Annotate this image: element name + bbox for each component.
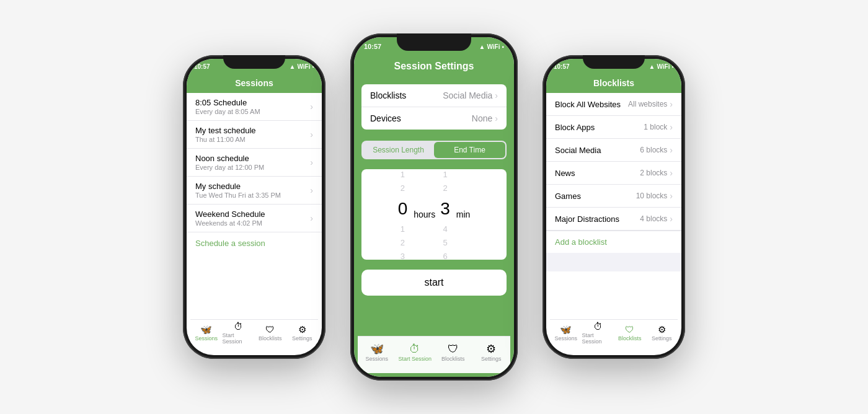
end-time-toggle[interactable]: End Time (434, 142, 505, 158)
session-settings-content: Blocklists Social Media › Devices None › (354, 78, 514, 377)
blocklist-value-3: 6 blocks (640, 146, 667, 154)
session-item-2[interactable]: My test schedule Thu at 11:00 AM › (187, 121, 322, 149)
blocklist-value-5: 10 blocks (636, 192, 668, 200)
header-1: Sessions (187, 74, 322, 93)
status-icons-1: ▲ WiFi ▪ (290, 63, 314, 70)
session-items-container: 8:05 Schedule Every day at 8:05 AM › My … (187, 93, 322, 254)
devices-row[interactable]: Devices None › (361, 107, 507, 130)
blocklist-item-6[interactable]: Major Distractions 4 blocks › (546, 208, 681, 231)
hours-above-3: 2 (401, 183, 405, 194)
shield-icon-2: 🛡 (448, 343, 459, 355)
tab-start-2[interactable]: ⏱ Start Session (396, 343, 435, 362)
mins-below-3: 6 (443, 251, 447, 260)
session-item-5[interactable]: Weekend Schedule Weekends at 4:02 PM › (187, 205, 322, 232)
chevron-bl-2: › (670, 122, 673, 132)
notch-2 (397, 33, 471, 51)
blocklist-item-2[interactable]: Block Apps 1 block › (546, 116, 681, 139)
mins-above-2: 1 (443, 169, 447, 180)
chevron-bl-3: › (670, 145, 673, 155)
hours-selected: 0 (398, 196, 408, 221)
tab-label-start-1: Start Session (223, 332, 255, 345)
screen-2: 10:57 ▲ WiFi ▪ Session Settings Blocklis… (354, 37, 514, 377)
devices-value: None › (472, 113, 498, 123)
tab-start-3[interactable]: ⏱ Start Session (582, 322, 614, 345)
mins-below-2: 5 (443, 237, 447, 249)
hours-column: 1 2 0 1 2 3 (398, 169, 408, 260)
notch-1 (223, 55, 285, 69)
tab-blocklists-1[interactable]: 🛡 Blocklists (254, 325, 286, 341)
tab-settings-3[interactable]: ⚙ Settings (646, 325, 678, 341)
schedule-link[interactable]: Schedule a session (187, 232, 322, 254)
tab-settings-1[interactable]: ⚙ Settings (286, 325, 319, 341)
tab-label-settings-1: Settings (292, 335, 312, 341)
session-subtitle-2: Thu at 11:00 AM (195, 136, 256, 143)
tab-sessions-1[interactable]: 🦋 Sessions (190, 325, 223, 341)
sessions-list: 8:05 Schedule Every day at 8:05 AM › My … (187, 93, 322, 355)
blocklist-value-4: 2 blocks (640, 169, 667, 177)
session-item-4[interactable]: My schedule Tue Wed Thu Fri at 3:35 PM › (187, 177, 322, 205)
blocklists-row[interactable]: Blocklists Social Media › (361, 84, 507, 107)
butterfly-icon-1: 🦋 (200, 325, 212, 334)
session-toggle-group: Session Length End Time (361, 141, 507, 159)
header-2: Session Settings (354, 56, 514, 78)
time-2: 10:57 (364, 43, 381, 50)
chevron-bl-6: › (670, 214, 673, 224)
notch-3 (583, 55, 645, 69)
time-3: 10:57 (554, 63, 570, 70)
signal-icon-2: ▲ (479, 43, 485, 50)
phone-2: 10:57 ▲ WiFi ▪ Session Settings Blocklis… (350, 33, 518, 381)
mins-above-3: 2 (443, 183, 447, 194)
blocklist-item-3[interactable]: Social Media 6 blocks › (546, 139, 681, 162)
mins-below-1: 4 (443, 224, 447, 235)
tab-bar-1: 🦋 Sessions ⏱ Start Session 🛡 Blocklists … (190, 319, 318, 351)
gray-bottom-3 (546, 253, 681, 271)
mins-column: 1 2 3 4 5 6 (440, 169, 450, 260)
blocklist-items-container: Block All Websites All websites › Block … (546, 93, 681, 253)
chevron-1: › (310, 102, 313, 112)
blocklist-item-4[interactable]: News 2 blocks › (546, 162, 681, 185)
session-item-1[interactable]: 8:05 Schedule Every day at 8:05 AM › (187, 93, 322, 121)
tab-settings-2[interactable]: ⚙ Settings (472, 343, 511, 362)
wifi-icon-1: WiFi (297, 63, 310, 70)
hours-label: hours (414, 209, 435, 219)
tab-start-1[interactable]: ⏱ Start Session (223, 322, 255, 345)
tab-label-blocklists-3: Blocklists (618, 335, 642, 341)
blocklist-name-2: Block Apps (555, 123, 595, 132)
blocklist-name-4: News (555, 169, 575, 178)
blocklist-value-6: 4 blocks (640, 214, 667, 223)
tab-blocklists-2[interactable]: 🛡 Blocklists (434, 343, 472, 362)
tab-sessions-3[interactable]: 🦋 Sessions (550, 325, 582, 341)
hours-above-2: 1 (401, 169, 405, 180)
tab-label-blocklists-1: Blocklists (259, 335, 282, 341)
chevron-devices: › (495, 113, 498, 123)
tab-label-settings-2: Settings (481, 356, 502, 362)
add-blocklist-link[interactable]: Add a blocklist (546, 231, 681, 253)
tab-label-blocklists-2: Blocklists (441, 356, 465, 362)
tab-blocklists-3[interactable]: 🛡 Blocklists (614, 325, 646, 341)
session-subtitle-5: Weekends at 4:02 PM (195, 219, 265, 227)
blocklist-item-5[interactable]: Games 10 blocks › (546, 185, 681, 208)
screen-3: 10:57 ▲ WiFi ▪ Blocklists Block All Webs… (546, 59, 681, 355)
blocklist-right-5: 10 blocks › (636, 191, 673, 201)
session-title-5: Weekend Schedule (195, 209, 265, 219)
session-subtitle-1: Every day at 8:05 AM (195, 108, 260, 115)
tab-sessions-2[interactable]: 🦋 Sessions (358, 343, 396, 362)
chevron-bl-5: › (670, 191, 673, 201)
blocklists-label: Blocklists (370, 90, 406, 100)
tab-bar-2: 🦋 Sessions ⏱ Start Session 🛡 Blocklists … (358, 336, 510, 373)
time-picker[interactable]: 1 2 0 1 2 3 hours 1 2 (361, 169, 507, 260)
blocklist-item-1[interactable]: Block All Websites All websites › (546, 93, 681, 116)
start-button[interactable]: start (361, 270, 507, 296)
tab-label-start-3: Start Session (582, 332, 614, 345)
blocklist-right-6: 4 blocks › (640, 214, 673, 224)
gear-icon-3: ⚙ (658, 325, 666, 334)
blocklist-name-1: Block All Websites (555, 100, 621, 109)
phone-1: 10:57 ▲ WiFi ▪ Sessions 8:05 Schedule Ev… (183, 55, 326, 359)
tab-label-sessions-2: Sessions (365, 356, 388, 362)
wifi-icon-3: WiFi (657, 63, 670, 70)
session-title-3: Noon schedule (195, 154, 264, 163)
picker-row: 1 2 0 1 2 3 hours 1 2 (361, 174, 507, 255)
session-item-3[interactable]: Noon schedule Every day at 12:00 PM › (187, 149, 322, 177)
devices-label: Devices (370, 113, 401, 123)
session-length-toggle[interactable]: Session Length (363, 142, 434, 158)
